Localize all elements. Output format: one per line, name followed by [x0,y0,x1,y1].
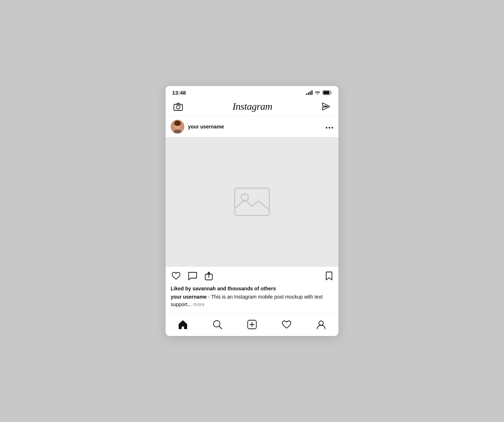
home-icon [178,319,188,330]
save-button[interactable] [325,271,333,281]
likes-text: Liked by savannah and thousands of other… [171,286,333,291]
post-info: Liked by savannah and thousands of other… [166,284,338,313]
top-nav: Instagram [166,98,338,116]
post-username[interactable]: your username [188,124,224,130]
phone-frame: 13:48 [166,86,338,336]
caption-more[interactable]: more [192,301,204,307]
share-icon [204,271,213,281]
svg-point-3 [176,105,180,109]
comment-button[interactable] [187,271,198,281]
svg-point-9 [174,122,181,126]
status-bar: 13:48 [166,86,338,98]
post-image [166,137,338,267]
profile-nav-button[interactable] [312,317,330,332]
svg-point-4 [180,105,181,106]
post-header: your username [166,116,338,137]
more-icon [325,127,333,129]
post-user-info: your username [171,120,224,133]
status-icons [306,90,332,95]
svg-rect-1 [323,91,329,94]
share-button[interactable] [204,271,214,281]
svg-rect-15 [235,188,269,215]
app-logo: Instagram [233,101,273,112]
activity-nav-button[interactable] [278,318,295,331]
comment-icon [188,272,197,281]
create-icon [247,319,257,330]
svg-marker-5 [323,103,330,110]
svg-point-12 [326,127,327,128]
svg-point-24 [319,321,323,325]
more-options-button[interactable] [325,123,333,130]
bookmark-icon [325,271,333,281]
heart-icon [171,272,181,280]
like-button[interactable] [171,271,181,281]
caption-username[interactable]: your username [171,294,207,300]
svg-line-20 [219,326,222,329]
create-post-nav-button[interactable] [243,317,261,332]
search-icon [212,319,222,330]
image-placeholder-icon [234,187,270,216]
post-actions [166,267,338,284]
bottom-nav [166,313,338,336]
camera-icon [174,103,183,111]
wifi-icon [315,90,320,95]
svg-point-13 [329,127,330,128]
activity-heart-icon [282,320,292,329]
caption-text: your username - This is an Instagram mob… [171,293,333,308]
avatar[interactable] [171,120,184,133]
send-icon [322,102,330,111]
direct-message-button[interactable] [320,101,332,112]
status-time: 13:48 [172,90,186,96]
search-nav-button[interactable] [209,317,226,332]
battery-icon [323,90,332,95]
home-nav-button[interactable] [174,317,192,332]
signal-bars-icon [306,90,312,95]
camera-button[interactable] [172,101,184,112]
profile-icon [316,319,326,330]
svg-point-14 [332,127,333,128]
post-actions-left [171,271,214,281]
